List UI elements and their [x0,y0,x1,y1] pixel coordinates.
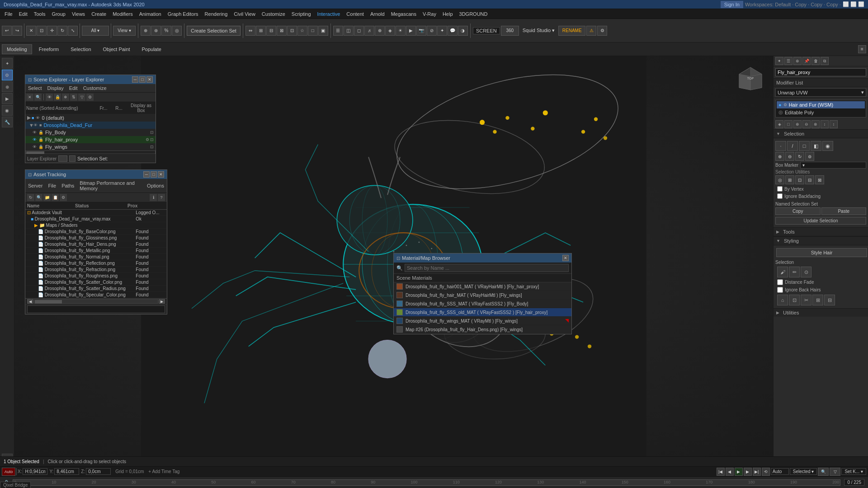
sel-util4[interactable]: ⊟ [805,175,814,184]
sidebar-create[interactable]: ✦ [2,58,13,69]
se-menu-display[interactable]: Display [47,85,65,91]
at-info[interactable]: ℹ [150,194,157,201]
at-row-img4[interactable]: 📄 Drosophila_fruit_fly_Normal.png Found [25,254,167,260]
go-start-btn[interactable]: |◀ [717,468,725,476]
timeline-track[interactable]: 0 10 20 30 40 50 60 70 80 90 100 110 120… [13,479,840,486]
mod-icon6[interactable]: ↕ [821,120,829,128]
display-floater[interactable]: ◻ [354,26,364,36]
modifier-dropdown[interactable]: Unwrap UVW▾ [775,88,866,97]
normal-align[interactable]: ⊡ [287,26,297,36]
at-refresh[interactable]: ↻ [27,194,34,201]
se-find[interactable]: 🔍 [34,94,42,101]
array-button[interactable]: ⊞ [256,26,266,36]
se-lock[interactable]: 🔒 [54,94,61,101]
sidebar-modify[interactable]: ⚙ [2,70,13,80]
sidebar-motion[interactable]: ▶ [2,93,13,104]
se-fly-body[interactable]: 👁 🔒 Fly_Body ⊡ [25,129,156,136]
style-lasso[interactable]: ⊙ [801,267,811,277]
toggle-loop[interactable]: ⟲ [762,468,770,476]
rp-pin-icon[interactable]: 📌 [802,57,811,65]
se-drosophila[interactable]: ▼ 👁 ■ Drosophila_Dead_Fur [25,122,156,129]
menu-group[interactable]: Group [49,10,68,18]
at-maximize[interactable]: □ [151,171,157,178]
frame-input[interactable] [771,468,789,475]
at-row-img3[interactable]: 📄 Drosophila_fruit_fly_Metallic.png Foun… [25,248,167,254]
mod-icon4[interactable]: ⊖ [802,120,811,128]
layer-manager[interactable]: ☰ [333,26,343,36]
at-close[interactable]: ✕ [158,171,164,178]
sel-ring[interactable]: ⊚ [805,152,814,161]
menu-graph-editors[interactable]: Graph Editors [165,10,201,18]
track-view[interactable]: ♬ [364,26,374,36]
at-help[interactable]: ? [158,194,165,201]
at-menu-options[interactable]: Options [146,183,165,189]
auto-key-btn[interactable]: Auto [2,468,15,476]
menu-3dground[interactable]: 3DGROUND [457,10,491,18]
menu-tools[interactable]: Tools [31,10,48,18]
menu-scripting[interactable]: Scripting [289,10,314,18]
mb-item-1[interactable]: Drosophila_fruit_fly_hair_MAT ( VRayHair… [394,291,571,300]
se-layer-default[interactable]: ▶ ■ 👁 0 (default) [25,114,156,122]
view-dropdown[interactable]: View ▾ [113,26,136,36]
menu-help[interactable]: Help [440,10,456,18]
mod-icon3[interactable]: ⊕ [793,120,802,128]
sel-vertex-btn[interactable]: · [775,141,786,151]
se-scrollbar[interactable] [25,150,156,154]
at-row-img1[interactable]: 📄 Drosophila_fruit_fly_Glossiness.png Fo… [25,235,167,241]
tab-modeling[interactable]: Modeling [2,44,32,54]
se-footer-icon1[interactable] [58,155,67,162]
mod-icon5[interactable]: ⊗ [811,120,820,128]
mb-item-2[interactable]: Drosophila_fruit_fly_SSS_MAT ( VRayFastS… [394,300,571,308]
tab-selection[interactable]: Selection [66,44,96,54]
box-marker-dropdown[interactable]: ▾ [800,162,866,169]
se-fly-wings[interactable]: 👁 🔒 Fly_wings ⊡ [25,143,156,150]
at-hscroll[interactable]: ◀ ▶ [25,298,167,304]
menu-megascans[interactable]: Megascans [388,10,419,18]
modifier-hair-fur[interactable]: ● ⚙ Hair and Fur (WSM) [777,101,865,108]
sel-element-btn[interactable]: ◉ [822,141,833,151]
at-row-maps[interactable]: ▶ 📁 Maps / Shaders [25,222,167,229]
mb-close[interactable]: ✕ [562,255,569,261]
ignore-backfacing-checkbox[interactable] [777,193,783,199]
sidebar-utilities[interactable]: 🔧 [2,117,13,127]
distance-fade-checkbox[interactable] [777,279,783,285]
mb-item-4[interactable]: Drosophila_fruit_fly_wings_MAT ( VRayMtl… [394,317,571,325]
se-menu-edit[interactable]: Edit [68,85,79,91]
move-button[interactable]: ✛ [47,26,57,36]
quick-render[interactable]: ▶ [406,26,416,36]
mb-item-3[interactable]: Drosophila_fruit_fly_SSS_old_MAT ( VRayF… [394,308,571,317]
at-find[interactable]: 🔍 [35,194,42,201]
mb-search-input[interactable] [405,264,569,272]
frame-counter-display[interactable]: 0 / 225 [844,479,864,486]
warning-icon[interactable]: ⚠ [586,26,596,36]
rp-trash-icon[interactable]: 🗑 [811,57,820,65]
spinner-snap[interactable]: ◎ [172,26,182,36]
environment[interactable]: ⊘ [427,26,437,36]
at-scroll-left[interactable]: ◀ [27,299,33,304]
at-scroll-right[interactable]: ▶ [159,299,165,304]
select-button[interactable]: ✕ [26,26,36,36]
menu-file[interactable]: File [2,10,15,18]
at-titlebar[interactable]: ⊡ Asset Tracking ─ □ ✕ [25,170,167,179]
modifier-list-header[interactable]: Modifier List [774,79,868,87]
x-input[interactable] [23,468,47,475]
style-hair-btn[interactable]: Style Hair [776,248,867,257]
object-name-input[interactable] [775,68,866,76]
at-menu-bitmap[interactable]: Bitmap Performance and Memory [79,180,142,192]
sel-border-btn[interactable]: □ [799,141,810,151]
by-vertex-checkbox[interactable] [777,186,783,192]
sel-loop[interactable]: ↻ [795,152,804,161]
menu-animation[interactable]: Animation [137,10,164,18]
sel-shrink[interactable]: ⊖ [785,152,794,161]
update-selection-btn[interactable]: Update Selection [775,217,866,225]
settings-icon[interactable]: ⚙ [597,26,607,36]
modifier-editable-poly[interactable]: ◎ Editable Poly [777,108,865,116]
menu-vray[interactable]: V-Ray [420,10,439,18]
style-deselect[interactable]: ⊟ [824,295,835,305]
utilities-header[interactable]: ▶ Utilities [774,309,868,317]
layer-explorer-label[interactable]: Layer Explorer [27,156,57,161]
se-minimize[interactable]: ─ [132,76,138,83]
y-input[interactable] [54,468,79,475]
redo-button[interactable]: ↪ [12,26,22,36]
at-row-img9[interactable]: 📄 Drosophila_fruit_fly_Scatter_Radius.pn… [25,286,167,292]
